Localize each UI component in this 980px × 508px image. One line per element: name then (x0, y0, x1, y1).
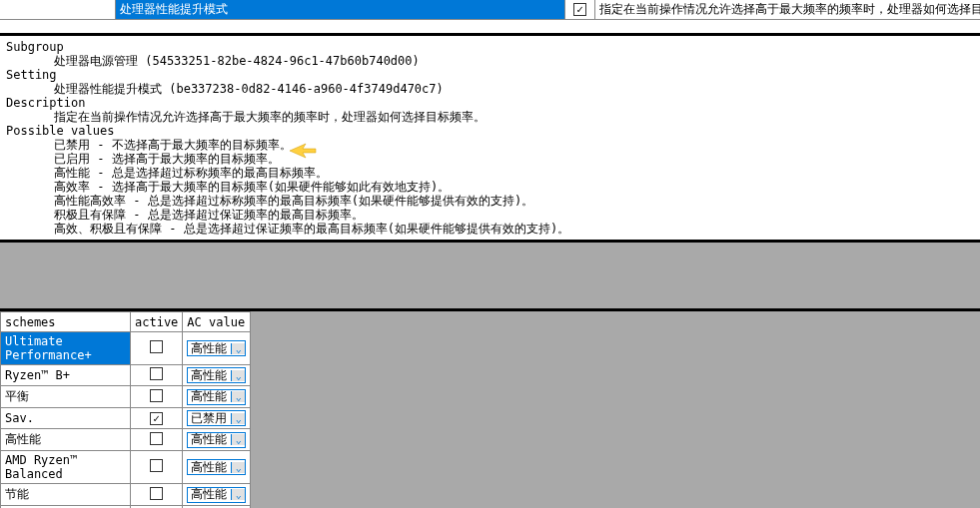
scheme-active-cell: ✓ (131, 408, 183, 429)
ac-value-dropdown[interactable]: 高性能⌄ (187, 459, 246, 475)
dropdown-text: 高性能 (188, 388, 231, 405)
table-row[interactable]: AMD Ryzen™ Balanced高性能⌄ (1, 451, 251, 484)
description-value: 指定在当前操作情况允许选择高于最大频率的频率时，处理器如何选择目标频率。 (54, 110, 974, 124)
setting-value: 处理器性能提升模式 (be337238-0d82-4146-a960-4f374… (54, 82, 974, 96)
dropdown-text: 已禁用 (188, 410, 231, 427)
subgroup-value: 处理器电源管理 (54533251-82be-4824-96c1-47b60b7… (54, 54, 974, 68)
table-row[interactable]: Sav.✓已禁用⌄ (1, 408, 251, 429)
scheme-active-checkbox[interactable] (150, 340, 163, 353)
scheme-active-checkbox[interactable] (150, 459, 163, 472)
scheme-name-cell[interactable]: 平衡 (1, 386, 131, 408)
setting-label: Setting (6, 68, 974, 82)
chevron-down-icon[interactable]: ⌄ (231, 413, 245, 424)
possible-value-item: 已启用 - 选择高于最大频率的目标频率。 (54, 152, 974, 166)
scheme-name-cell[interactable]: 高性能 (1, 429, 131, 451)
chevron-down-icon[interactable]: ⌄ (231, 462, 245, 473)
table-row[interactable]: 平衡高性能⌄ (1, 386, 251, 408)
col-header-schemes[interactable]: schemes (1, 312, 131, 332)
ac-value-dropdown[interactable]: 高性能⌄ (187, 487, 246, 503)
chevron-down-icon[interactable]: ⌄ (231, 343, 245, 354)
table-row[interactable]: Ultimate Performance+高性能⌄ (1, 332, 251, 365)
ac-value-dropdown[interactable]: 高性能⌄ (187, 432, 246, 448)
scheme-active-checkbox[interactable] (150, 389, 163, 402)
scheme-active-cell (131, 451, 183, 484)
possible-value-item: 高效、积极且有保障 - 总是选择超过保证频率的最高目标频率(如果硬件能够提供有效… (54, 222, 974, 236)
schemes-grid: schemes active AC value Ultimate Perform… (0, 311, 251, 508)
col-header-ac[interactable]: AC value (183, 312, 251, 332)
scheme-ac-cell: 高性能⌄ (183, 332, 251, 365)
setting-enabled-checkbox[interactable]: ✓ (573, 3, 586, 16)
table-row[interactable]: 高性能高性能⌄ (1, 429, 251, 451)
table-row[interactable]: 节能高性能⌄ (1, 484, 251, 506)
scheme-name-cell[interactable]: Sav. (1, 408, 131, 429)
scheme-active-cell (131, 332, 183, 365)
possible-value-item: 高效率 - 选择高于最大频率的目标频率(如果硬件能够如此有效地支持)。 (54, 180, 974, 194)
possible-value-item: 高性能 - 总是选择超过标称频率的最高目标频率。 (54, 166, 974, 180)
detail-pane: Subgroup 处理器电源管理 (54533251-82be-4824-96c… (0, 36, 980, 240)
setting-header-row: 处理器性能提升模式 ✓ 指定在当前操作情况允许选择高于最大频率的频率时，处理器如… (0, 0, 980, 20)
scheme-active-cell (131, 386, 183, 408)
dropdown-text: 高性能 (188, 340, 231, 357)
setting-description-cell: 指定在当前操作情况允许选择高于最大频率的频率时，处理器如何选择目 (595, 0, 980, 19)
possible-value-item: 已禁用 - 不选择高于最大频率的目标频率。 (54, 138, 974, 152)
scheme-active-cell (131, 429, 183, 451)
scheme-active-cell (131, 484, 183, 506)
possible-value-item: 积极且有保障 - 总是选择超过保证频率的最高目标频率。 (54, 208, 974, 222)
scheme-ac-cell: 高性能⌄ (183, 365, 251, 386)
ac-value-dropdown[interactable]: 高性能⌄ (187, 340, 246, 356)
scheme-ac-cell: 已禁用⌄ (183, 408, 251, 429)
ac-value-dropdown[interactable]: 高性能⌄ (187, 389, 246, 405)
possible-value-item: 高性能高效率 - 总是选择超过标称频率的最高目标频率(如果硬件能够提供有效的支持… (54, 194, 974, 208)
possible-values-label: Possible values (6, 124, 974, 138)
scheme-active-checkbox[interactable] (150, 432, 163, 445)
ac-value-dropdown[interactable]: 已禁用⌄ (187, 410, 246, 426)
header-gap (0, 0, 116, 19)
scheme-ac-cell: 高性能⌄ (183, 386, 251, 408)
dropdown-text: 高性能 (188, 459, 231, 476)
scheme-name-cell[interactable]: 节能 (1, 484, 131, 506)
scheme-ac-cell: 高性能⌄ (183, 429, 251, 451)
scheme-ac-cell: 高性能⌄ (183, 484, 251, 506)
grid-right-fill (251, 311, 980, 508)
setting-name-cell[interactable]: 处理器性能提升模式 (116, 0, 565, 19)
schemes-area: schemes active AC value Ultimate Perform… (0, 311, 980, 508)
scheme-name-cell[interactable]: Ryzen™ B+ (1, 365, 131, 386)
dropdown-text: 高性能 (188, 486, 231, 503)
table-row[interactable]: Ryzen™ B+高性能⌄ (1, 365, 251, 386)
scheme-active-checkbox[interactable]: ✓ (150, 412, 163, 425)
subgroup-label: Subgroup (6, 40, 974, 54)
setting-enabled-checkbox-cell: ✓ (565, 0, 595, 19)
chevron-down-icon[interactable]: ⌄ (231, 434, 245, 445)
col-header-active[interactable]: active (131, 312, 183, 332)
grid-header-row: schemes active AC value (1, 312, 251, 332)
scheme-name-cell[interactable]: Ultimate Performance+ (1, 332, 131, 365)
scheme-active-cell (131, 365, 183, 386)
chevron-down-icon[interactable]: ⌄ (231, 370, 245, 381)
scheme-active-checkbox[interactable] (150, 367, 163, 380)
possible-values-list: 已禁用 - 不选择高于最大频率的目标频率。已启用 - 选择高于最大频率的目标频率… (6, 138, 974, 236)
chevron-down-icon[interactable]: ⌄ (231, 391, 245, 402)
dropdown-text: 高性能 (188, 431, 231, 448)
scheme-ac-cell: 高性能⌄ (183, 451, 251, 484)
dropdown-text: 高性能 (188, 367, 231, 384)
scheme-name-cell[interactable]: AMD Ryzen™ Balanced (1, 451, 131, 484)
splitter-gap[interactable] (0, 240, 980, 311)
scheme-active-checkbox[interactable] (150, 487, 163, 500)
chevron-down-icon[interactable]: ⌄ (231, 489, 245, 500)
description-label: Description (6, 96, 974, 110)
ac-value-dropdown[interactable]: 高性能⌄ (187, 367, 246, 383)
